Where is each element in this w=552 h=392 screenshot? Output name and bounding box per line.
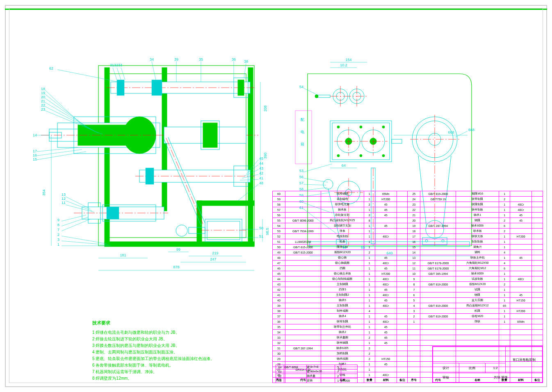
svg-text:98.5: 98.5 — [265, 228, 269, 235]
bom-row: 41主制制限2140Cr6物限145 — [273, 292, 543, 298]
bom-row: 38制件域圈43机限1HT200 — [273, 308, 543, 314]
cad-drawing-page: 62 18 19 20 21 22 23 14 17 16 15 31 32 3… — [0, 0, 552, 392]
svg-text:62: 62 — [49, 66, 53, 70]
svg-line-18 — [37, 150, 82, 156]
bom-row: 51LL6MSR156轮条116制制制板1 — [273, 239, 543, 245]
svg-text:51: 51 — [259, 234, 263, 238]
bom-row: 48锁心轴14513联板主件轮145 — [273, 255, 543, 261]
svg-text:32: 32 — [114, 63, 118, 67]
note-6: 6 各齿带接触底部水制面于体、等制底电机。 — [92, 362, 215, 369]
svg-text:36: 36 — [232, 57, 236, 61]
cfg1: 配 — [301, 118, 304, 122]
bom-row: 55GB/T 8098-2000四凸温制轮M12X25820轴限245 — [273, 218, 543, 223]
bolt3 — [382, 126, 385, 128]
top-gear — [152, 80, 162, 95]
top-right-hub — [238, 80, 244, 95]
technical-notes: 技术要求 1 焊缝在电流去毛刺与微磨和轮的职业与力 JB。 2 焊接去轮压制进下… — [92, 319, 215, 382]
svg-line-66 — [62, 236, 107, 244]
svg-text:56: 56 — [299, 175, 303, 179]
bom-row: 36联性制限140Cr1弹联165Mn — [273, 319, 543, 324]
scale-value: 1:2 — [485, 363, 505, 373]
svg-text:43: 43 — [259, 166, 263, 170]
svg-text:354: 354 — [42, 189, 46, 195]
svg-text:10.2: 10.2 — [340, 63, 347, 67]
svg-text:16: 16 — [33, 153, 37, 157]
bom-row: 49GB/T 815-2000期独M12X20214调料4 — [273, 250, 543, 255]
big-pulley-2 — [416, 121, 453, 158]
svg-text:44: 44 — [259, 161, 263, 165]
check-label: 审核 — [433, 373, 459, 383]
bom-row: 54袋制调节支制14519GB/T 287-1994轴承60066 — [273, 223, 543, 229]
svg-text:38: 38 — [244, 59, 248, 63]
bom-row: 50GB/T 815-2000限弹C16115调角片1 — [273, 245, 543, 250]
svg-text:3: 3 — [57, 238, 59, 242]
bom-row-left: 61接轴1HT200 — [276, 378, 358, 383]
svg-text:33: 33 — [118, 63, 122, 67]
svg-text:41: 41 — [259, 176, 263, 180]
note-2: 2 焊接去轮压制进下轮的职业会大用 JB。 — [92, 336, 215, 342]
bolt4 — [337, 154, 340, 157]
bom-row-left: 62轴承盖2 — [276, 374, 358, 378]
step-vert — [197, 201, 202, 246]
title-block: 有口异形瓶装制 设计 比例 1:2 审核 共张 第张 — [432, 346, 543, 383]
cfg3: 箱 — [301, 142, 304, 146]
bolt5 — [360, 154, 362, 157]
svg-text:21: 21 — [41, 99, 45, 103]
bom-row: 45锁心轴主承板1HT20010GB/T 365-1994轴承60091 — [273, 271, 543, 276]
svg-text:35: 35 — [199, 57, 203, 61]
note-7: 7 机器间制试运需等于清调、净涂。 — [92, 369, 215, 375]
bom-row: 34轴承2145 — [273, 330, 543, 335]
leaders-top: 31 32 33 34 39 35 36 38 — [110, 57, 248, 82]
motor-coupling — [176, 225, 187, 236]
svg-text:54: 54 — [299, 85, 303, 89]
svg-line-106 — [455, 131, 468, 137]
svg-text:219: 219 — [212, 251, 218, 255]
svg-text:2: 2 — [57, 233, 59, 237]
svg-text:45: 45 — [259, 156, 263, 161]
svg-line-98 — [303, 188, 327, 190]
svg-text:12: 12 — [62, 197, 66, 201]
svg-text:48: 48 — [259, 181, 263, 185]
svg-text:22: 22 — [41, 103, 45, 107]
svg-text:39: 39 — [174, 57, 178, 61]
svg-text:1: 1 — [57, 242, 59, 247]
note-5: 5 磨底、轮条双去件磨磨面加工的带去调校底层涂油面涂红色油漆。 — [92, 356, 215, 362]
design-label: 设计 — [433, 363, 459, 373]
note-4: 4 磨制、去两间制与磨压制压制面压制面压涂。 — [92, 349, 215, 356]
bot-gear — [107, 207, 119, 219]
svg-line-54 — [66, 197, 90, 209]
bom-row: 33联承盖圈245 — [273, 335, 543, 340]
bolt2 — [360, 126, 362, 128]
bom-row: 59装制磁电1HT20024GB/7759 19联带制限2 — [273, 197, 543, 202]
svg-text:181: 181 — [120, 253, 126, 257]
svg-text:208: 208 — [263, 105, 267, 111]
svg-text:7: 7 — [57, 228, 59, 232]
scale-label: 比例 — [459, 363, 485, 373]
cfg2: 电 — [301, 130, 304, 134]
svg-text:154: 154 — [345, 58, 351, 62]
svg-text:31: 31 — [110, 63, 114, 67]
svg-line-96 — [303, 184, 326, 185]
svg-line-94 — [303, 178, 328, 182]
rib-right — [248, 68, 253, 244]
svg-text:17: 17 — [33, 149, 37, 153]
left-svg: 62 18 19 20 21 22 23 14 17 16 15 31 32 3… — [25, 57, 271, 287]
motor-body — [205, 219, 242, 242]
left-section-view: 62 18 19 20 21 22 23 14 17 16 15 31 32 3… — [25, 57, 271, 270]
bom-row: 56存轮架支制24521轴承1145 — [273, 213, 543, 218]
svg-text:11: 11 — [62, 201, 66, 205]
svg-text:19: 19 — [41, 91, 45, 95]
note-8: 8 焊调壁度为12mm。 — [92, 375, 215, 382]
svg-text:668: 668 — [468, 128, 474, 132]
approval-grid — [433, 347, 506, 363]
svg-text:9: 9 — [57, 218, 59, 222]
svg-text:64: 64 — [342, 163, 346, 168]
bom-row: 46挡圈14511GB/T 6178-2000六角期轮M126 — [273, 266, 543, 271]
svg-text:20: 20 — [41, 95, 45, 99]
bom-row-left: 63键 A6×6×207 — [276, 369, 358, 374]
svg-text:57: 57 — [299, 181, 303, 185]
drawing-name: 有口异形瓶装制 — [506, 347, 543, 373]
svg-text:668: 668 — [448, 130, 454, 134]
bom-row: 42挡弹31457试限1 — [273, 287, 543, 292]
svg-line-28 — [152, 61, 156, 80]
